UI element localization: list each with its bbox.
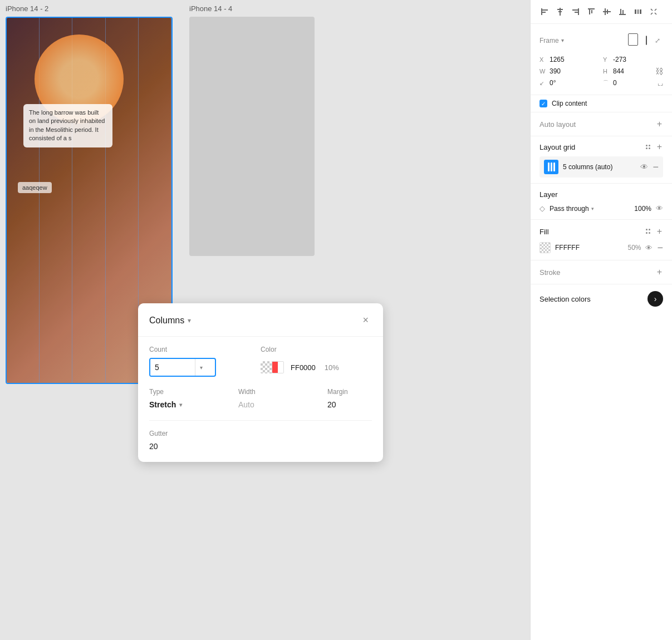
layer-row: ◇ Pass through ▾ 100% 👁 — [539, 204, 663, 213]
stretch-dropdown-button[interactable]: Stretch ▾ — [149, 400, 238, 409]
count-input[interactable] — [150, 359, 195, 376]
grid-line-3 — [553, 163, 555, 171]
svg-rect-18 — [635, 9, 636, 14]
selection-colors-expand-button[interactable]: › — [648, 291, 663, 307]
y-value[interactable]: -273 — [613, 56, 626, 63]
frame-title-wrap: Frame ▾ — [539, 37, 564, 45]
h-field: H 844 ⛓ — [603, 67, 663, 76]
h-value[interactable]: 844 — [613, 67, 624, 75]
align-right-button[interactable] — [570, 6, 582, 18]
rotation-value[interactable]: 0° — [550, 79, 556, 87]
color-swatch — [272, 361, 284, 373]
x-label: X — [539, 56, 547, 63]
canvas-tag: aaqeqew — [18, 182, 52, 193]
frame-grid: X 1265 Y -273 W 390 H 844 ⛓ ↙ 0° ⌒ — [539, 56, 663, 87]
layer-section: Layer ◇ Pass through ▾ 100% 👁 — [531, 184, 672, 220]
layer-opacity-value[interactable]: 100% — [631, 205, 651, 213]
stretch-arrow-icon: ▾ — [179, 402, 182, 408]
frame-header: Frame ▾ ⤢ — [539, 32, 663, 49]
grid-line-2 — [551, 163, 552, 171]
grid-visibility-button[interactable]: 👁 — [640, 163, 648, 171]
align-top-button[interactable] — [585, 6, 597, 18]
grid-icon-lines — [548, 163, 555, 171]
fill-visibility-button[interactable]: 👁 — [645, 244, 653, 252]
type-header: Type — [149, 388, 238, 396]
fill-row: FFFFFF 50% 👁 − — [539, 242, 663, 253]
layer-header: Layer — [539, 190, 663, 199]
corner-field: ⌒ 0 ⌞⌟ — [603, 79, 663, 87]
layout-grid-options-button[interactable] — [644, 142, 653, 151]
distribute-h-button[interactable] — [632, 6, 644, 18]
width-header: Width — [238, 388, 327, 396]
fill-title: Fill — [539, 228, 549, 236]
landscape-orient-button[interactable] — [643, 35, 650, 46]
clip-content-checkbox[interactable]: ✓ — [539, 100, 547, 107]
stroke-title: Stroke — [539, 268, 561, 277]
layout-grid-add-button[interactable]: + — [656, 142, 663, 152]
fill-options-button[interactable] — [644, 227, 653, 237]
columns-close-button[interactable]: × — [359, 313, 372, 327]
y-field: Y -273 — [603, 56, 663, 63]
grid-row-item: 5 columns (auto) 👁 − — [539, 156, 663, 178]
frame-dropdown-icon[interactable]: ▾ — [561, 37, 564, 43]
selection-colors-title: Selection colors — [539, 295, 591, 303]
svg-rect-2 — [541, 8, 542, 15]
corner-value[interactable]: 0 — [613, 79, 617, 87]
right-panel: Frame ▾ ⤢ X 1265 Y -273 — [530, 0, 672, 640]
count-dropdown-button[interactable]: ▾ — [195, 359, 207, 376]
svg-rect-11 — [588, 8, 595, 9]
auto-layout-add-button[interactable]: + — [656, 119, 663, 129]
blend-mode-button[interactable]: Pass through ▾ — [550, 205, 627, 213]
w-value[interactable]: 390 — [550, 67, 561, 75]
constrain-proportions-button[interactable]: ⛓ — [655, 67, 663, 76]
fill-opacity-value: 50% — [627, 244, 641, 252]
x-value[interactable]: 1265 — [550, 56, 565, 63]
corner-icon: ⌒ — [603, 79, 611, 87]
blend-mode-arrow-icon: ▾ — [591, 206, 594, 211]
svg-rect-9 — [589, 9, 590, 14]
align-bottom-button[interactable] — [616, 6, 629, 18]
fill-dot3 — [646, 232, 648, 234]
selection-colors-header: Selection colors › — [539, 291, 663, 307]
stroke-add-button[interactable]: + — [656, 267, 663, 277]
layer-visibility-button[interactable]: 👁 — [656, 204, 663, 213]
w-label: W — [539, 68, 547, 75]
fill-checker-pattern[interactable] — [539, 242, 551, 253]
grid-columns-icon[interactable] — [544, 160, 558, 174]
stroke-section: Stroke + — [531, 260, 672, 284]
iphone-frame-4[interactable] — [189, 17, 315, 256]
corner-options-button[interactable]: ⌞⌟ — [658, 80, 663, 87]
fill-header: Fill + — [539, 227, 663, 237]
fill-dot4 — [649, 232, 650, 234]
columns-title: Columns ▾ — [149, 316, 191, 326]
align-left-button[interactable] — [538, 6, 551, 18]
layout-grid-actions: + — [644, 142, 663, 152]
portrait-orient-button[interactable] — [625, 32, 641, 49]
fill-remove-button[interactable]: − — [657, 243, 663, 253]
fill-hex-value: FFFFFF — [555, 244, 623, 252]
svg-rect-14 — [603, 11, 611, 12]
fill-dot2 — [649, 229, 650, 230]
color-opacity-value: 10% — [325, 363, 339, 372]
frame-2-label: iPhone 14 - 2 — [6, 4, 48, 13]
h-label: H — [603, 68, 611, 75]
svg-rect-19 — [637, 9, 639, 14]
color-row: FF0000 10% — [261, 361, 339, 373]
x-field: X 1265 — [539, 56, 600, 63]
rotation-icon: ↙ — [539, 80, 547, 86]
align-center-h-button[interactable] — [554, 6, 566, 18]
columns-dropdown-icon[interactable]: ▾ — [188, 317, 191, 324]
canvas: iPhone 14 - 2 The long barrow was built … — [0, 0, 530, 640]
color-header: Color — [261, 346, 327, 353]
columns-popup-header: Columns ▾ × — [138, 303, 383, 337]
frame-4-label: iPhone 14 - 4 — [189, 4, 232, 13]
gutter-value: 20 — [149, 442, 372, 451]
rotation-field: ↙ 0° — [539, 79, 600, 87]
collapse-button[interactable] — [648, 6, 660, 18]
color-swatch-wrap[interactable] — [261, 361, 284, 373]
fill-section: Fill + FFFFFF 50% 👁 − — [531, 220, 672, 260]
fill-add-button[interactable]: + — [656, 227, 663, 237]
grid-remove-button[interactable]: − — [653, 162, 659, 172]
fullscreen-button[interactable]: ⤢ — [652, 35, 663, 46]
align-center-v-button[interactable] — [601, 6, 613, 18]
